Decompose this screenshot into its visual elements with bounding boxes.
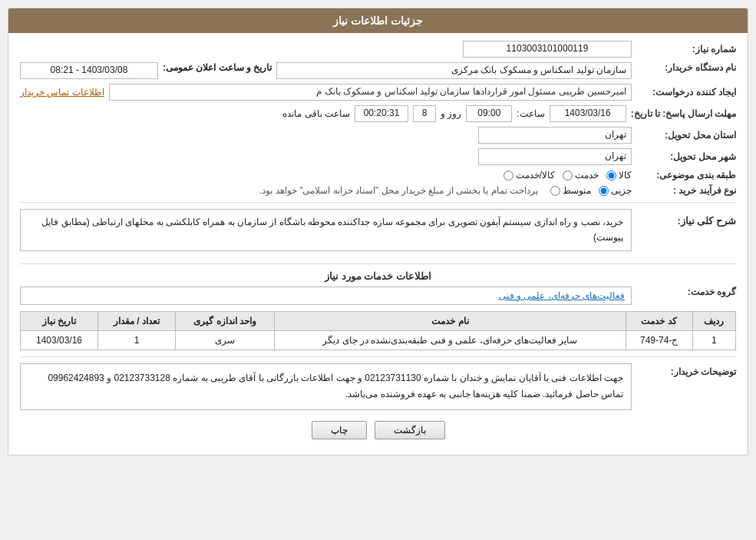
description-value: خرید، نصب و راه اندازی سیستم آیفون تصویر… — [20, 209, 632, 251]
date-label: تاریخ و ساعت اعلان عمومی: — [163, 62, 272, 73]
radio-goods[interactable]: کالا — [606, 170, 632, 181]
response-time-label: ساعت: — [517, 108, 544, 119]
response-remaining-label: ساعت باقی مانده — [282, 108, 350, 119]
category-radio-group: کالا/خدمت خدمت کالا — [503, 170, 632, 181]
response-day-label: روز و — [441, 108, 461, 119]
response-remaining-value: 00:20:31 — [355, 105, 408, 122]
services-section-title: اطلاعات خدمات مورد نیاز — [20, 270, 736, 282]
page-wrapper: جزئیات اطلاعات نیاز شماره نیاز: 11030031… — [0, 0, 756, 540]
description-label: شرح کلی نیاز: — [636, 215, 736, 227]
service-group-value: فعالیت‌های حرفه‌ای، علمی و فنی — [20, 287, 632, 305]
radio-medium-label: متوسط — [563, 185, 591, 196]
main-card: جزئیات اطلاعات نیاز شماره نیاز: 11030031… — [8, 8, 748, 456]
category-label: طبقه بندی موضوعی: — [636, 170, 736, 181]
col-service-code: کد خدمت — [626, 311, 692, 330]
radio-partial[interactable]: جزیی — [599, 185, 632, 196]
radio-partial-label: جزیی — [611, 185, 632, 196]
response-time-value: 09:00 — [466, 105, 512, 122]
org-date-row: نام دستگاه خریدار: سازمان تولید اسکناس و… — [20, 62, 736, 79]
creator-row: ایجاد کننده درخواست: امیرحسین طریبی مسئو… — [20, 84, 736, 101]
card-header: جزئیات اطلاعات نیاز — [8, 8, 748, 33]
col-unit: واحد اندازه گیری — [175, 311, 274, 330]
creator-value: امیرحسین طریبی مسئول امور قراردادها سازم… — [109, 84, 632, 101]
radio-service[interactable]: خدمت — [563, 170, 599, 181]
category-row: طبقه بندی موضوعی: کالا/خدمت خدمت کالا — [20, 170, 736, 181]
back-button[interactable]: بازگشت — [375, 421, 445, 439]
purchase-radio-group: متوسط جزیی — [550, 185, 632, 196]
radio-medium[interactable]: متوسط — [550, 185, 591, 196]
province-row: استان محل تحویل: تهران — [20, 127, 736, 144]
need-number-value: 1103003101000119 — [463, 41, 632, 58]
card-body: شماره نیاز: 1103003101000119 نام دستگاه … — [8, 33, 748, 455]
response-row: مهلت ارسال پاسخ: تا تاریخ: 1403/03/16 سا… — [20, 105, 736, 122]
divider-2 — [20, 263, 736, 264]
purchase-type-label: نوع فرآیند خرید : — [636, 185, 736, 196]
col-date: تاریخ نیاز — [21, 311, 98, 330]
purchase-note: پرداخت تمام یا بخشی از مبلغ خریدار محل "… — [20, 185, 538, 196]
page-title: جزئیات اطلاعات نیاز — [333, 15, 423, 27]
button-row: بازگشت چاپ — [20, 421, 736, 447]
need-number-label: شماره نیاز: — [636, 44, 736, 55]
radio-service-label: خدمت — [575, 170, 599, 181]
city-row: شهر محل تحویل: تهران — [20, 148, 736, 165]
service-group-label: گروه خدمت: — [636, 287, 736, 297]
cell-row-num: 1 — [692, 330, 735, 350]
buyer-notes-section: توضیحات خریدار: جهت اطلاعات فنی با آقایا… — [20, 363, 736, 410]
table-row: 1 ج-74-749 سایر فعالیت‌های حرفه‌ای، علمی… — [21, 330, 736, 350]
buyer-notes-value: جهت اطلاعات فنی با آقایان نمایش و خندان … — [20, 363, 632, 410]
response-label: مهلت ارسال پاسخ: تا تاریخ: — [631, 108, 736, 119]
print-button[interactable]: چاپ — [312, 421, 367, 439]
need-number-row: شماره نیاز: 1103003101000119 — [20, 41, 736, 58]
city-label: شهر محل تحویل: — [636, 151, 736, 162]
cell-quantity: 1 — [98, 330, 176, 350]
city-value: تهران — [478, 148, 632, 165]
response-date-value: 1403/03/16 — [550, 105, 626, 122]
col-row-num: ردیف — [692, 311, 735, 330]
radio-goods-service[interactable]: کالا/خدمت — [503, 170, 555, 181]
service-group-link[interactable]: فعالیت‌های حرفه‌ای، علمی و فنی — [499, 290, 625, 301]
divider-1 — [20, 202, 736, 203]
creator-link[interactable]: اطلاعات تماس خریدار — [20, 87, 104, 98]
cell-service-name: سایر فعالیت‌های حرفه‌ای، علمی و فنی طبقه… — [275, 330, 626, 350]
buyer-notes-label: توضیحات خریدار: — [636, 363, 736, 377]
col-service-name: نام خدمت — [275, 311, 626, 330]
description-row: شرح کلی نیاز: خرید، نصب و راه اندازی سیس… — [20, 209, 736, 257]
radio-goods-label: کالا — [619, 170, 632, 181]
cell-service-code: ج-74-749 — [626, 330, 692, 350]
org-value: سازمان تولید اسکناس و مسکوک بانک مرکزی — [276, 62, 632, 79]
province-label: استان محل تحویل: — [636, 130, 736, 141]
radio-goods-service-label: کالا/خدمت — [516, 170, 555, 181]
purchase-type-row: نوع فرآیند خرید : متوسط جزیی پرداخت تمام… — [20, 185, 736, 196]
col-quantity: تعداد / مقدار — [98, 311, 176, 330]
province-value: تهران — [478, 127, 632, 144]
cell-unit: سری — [175, 330, 274, 350]
response-day-value: 8 — [413, 105, 436, 122]
creator-label: ایجاد کننده درخواست: — [636, 87, 736, 98]
services-table-section: ردیف کد خدمت نام خدمت واحد اندازه گیری ت… — [20, 311, 736, 350]
service-group-row: گروه خدمت: فعالیت‌های حرفه‌ای، علمی و فن… — [20, 287, 736, 305]
divider-3 — [20, 356, 736, 357]
services-table: ردیف کد خدمت نام خدمت واحد اندازه گیری ت… — [20, 311, 736, 350]
org-label: نام دستگاه خریدار: — [636, 62, 736, 73]
cell-date: 1403/03/16 — [21, 330, 98, 350]
date-value: 1403/03/08 - 08:21 — [20, 62, 158, 79]
